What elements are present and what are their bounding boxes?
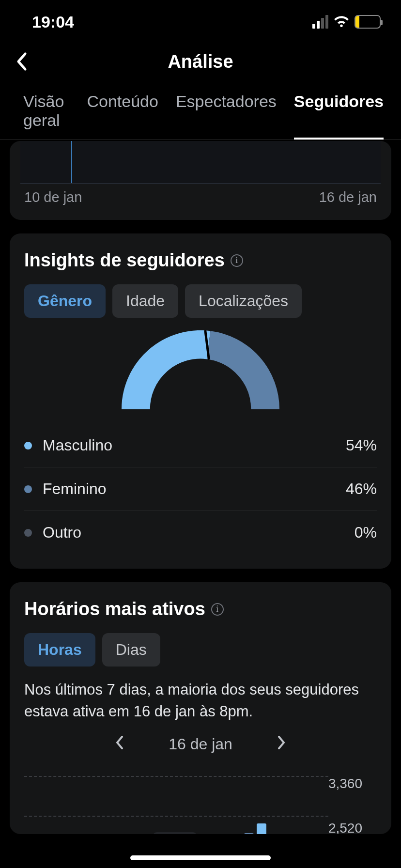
y-axis-labels: 3,360 2,520 <box>328 776 362 834</box>
tab-content[interactable]: Conteúdo <box>87 92 158 140</box>
active-times-title: Horários mais ativos <box>24 599 205 620</box>
legend-value: 54% <box>346 436 377 454</box>
chevron-left-icon <box>115 735 124 750</box>
status-bar: 19:04 12 <box>0 0 401 34</box>
legend-value: 46% <box>346 480 377 498</box>
header: Análise <box>0 41 401 82</box>
tab-viewers[interactable]: Espectadores <box>176 92 277 140</box>
wifi-icon <box>333 13 350 31</box>
status-time: 19:04 <box>32 13 74 31</box>
hours-bar-chart[interactable]: 3,360 2,520 8pm <box>24 776 377 834</box>
timeline-end: 16 de jan <box>319 189 377 205</box>
tab-overview[interactable]: Visão geral <box>23 92 69 140</box>
legend-dot-icon <box>24 442 32 450</box>
gender-legend: Masculino 54% Feminino 46% Outro 0% <box>24 424 377 554</box>
legend-label: Outro <box>43 524 355 542</box>
status-right: 12 <box>312 13 381 31</box>
tab-followers[interactable]: Seguidores <box>294 92 384 140</box>
y-tick: 2,520 <box>328 821 362 834</box>
chip-gender[interactable]: Gênero <box>24 284 106 318</box>
legend-value: 0% <box>355 524 377 542</box>
timeline-card: 10 de jan 16 de jan <box>10 141 391 220</box>
cellular-icon <box>312 15 328 29</box>
timeline-axis: 10 de jan 16 de jan <box>24 186 377 205</box>
legend-row-female: Feminino 46% <box>24 467 377 511</box>
insights-title-row: Insights de seguidores i <box>24 233 377 271</box>
chevron-left-icon <box>15 52 27 71</box>
battery-icon: 12 <box>355 15 381 29</box>
home-indicator[interactable] <box>130 855 271 860</box>
date-nav: 16 de jan <box>24 735 377 754</box>
info-icon[interactable]: i <box>211 603 224 616</box>
insights-card: Insights de seguidores i Gênero Idade Lo… <box>10 233 391 569</box>
prev-date-button[interactable] <box>115 735 124 754</box>
chip-days[interactable]: Dias <box>102 633 160 666</box>
legend-row-other: Outro 0% <box>24 511 377 554</box>
timeline-start: 10 de jan <box>24 189 82 205</box>
tabs: Visão geral Conteúdo Espectadores Seguid… <box>0 82 401 140</box>
insights-title: Insights de seguidores <box>24 250 225 271</box>
timeline-chart[interactable] <box>20 141 381 184</box>
active-times-card: Horários mais ativos i Horas Dias Nos úl… <box>10 582 391 834</box>
active-times-title-row: Horários mais ativos i <box>24 582 377 620</box>
gender-donut-chart <box>24 330 377 415</box>
y-tick: 3,360 <box>328 776 362 791</box>
active-times-chips: Horas Dias <box>24 633 377 666</box>
insights-chips: Gênero Idade Localizações <box>24 284 377 318</box>
chip-age[interactable]: Idade <box>112 284 178 318</box>
bars-row <box>24 798 328 834</box>
active-date: 16 de jan <box>169 735 232 753</box>
legend-row-male: Masculino 54% <box>24 424 377 467</box>
chip-locations[interactable]: Localizações <box>185 284 302 318</box>
chevron-right-icon <box>277 735 286 750</box>
legend-dot-icon <box>24 485 32 493</box>
legend-label: Feminino <box>43 480 346 498</box>
next-date-button[interactable] <box>277 735 286 754</box>
page-title: Análise <box>168 51 233 72</box>
legend-label: Masculino <box>43 436 346 454</box>
back-button[interactable] <box>12 52 31 71</box>
info-icon[interactable]: i <box>231 254 243 267</box>
chip-hours[interactable]: Horas <box>24 633 95 666</box>
legend-dot-icon <box>24 529 32 537</box>
active-times-description: Nos últimos 7 dias, a maioria dos seus s… <box>24 679 377 723</box>
